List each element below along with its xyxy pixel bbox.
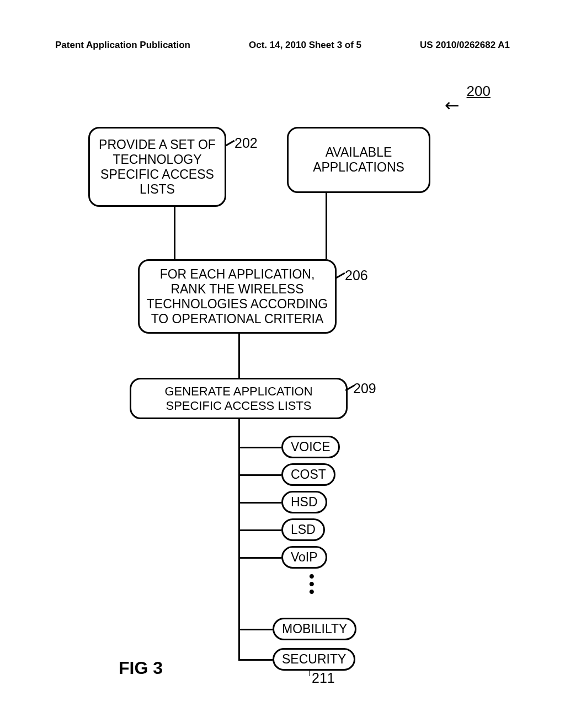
leader-202: [225, 140, 234, 147]
pill-voip: VoIP: [281, 546, 327, 569]
pill-cost: COST: [281, 463, 335, 486]
connector-202-206: [174, 207, 175, 259]
box-rank-technologies: FOR EACH APPLICATION, RANK THE WIRELESS …: [138, 259, 337, 334]
branch-hsd: [238, 502, 281, 504]
pill-security: SECURITY: [273, 648, 355, 671]
reference-206: 206: [345, 267, 368, 283]
connector-206-209: [238, 334, 240, 378]
branch-lsd: [238, 529, 281, 531]
page-header: Patent Application Publication Oct. 14, …: [0, 0, 565, 56]
ellipsis-dots: •••: [309, 572, 315, 596]
stem-211: [238, 419, 240, 661]
branch-voice: [238, 447, 281, 448]
reference-211: 211: [312, 670, 335, 686]
arrow-200-icon: ↙: [440, 93, 466, 118]
header-date-sheet: Oct. 14, 2010 Sheet 3 of 5: [249, 40, 361, 51]
reference-202: 202: [234, 135, 258, 151]
pill-hsd: HSD: [281, 491, 327, 513]
header-pub-number: US 2010/0262682 A1: [420, 40, 510, 51]
reference-200: 200: [467, 83, 491, 100]
leader-206: [335, 272, 345, 279]
branch-security: [238, 659, 273, 661]
header-publication: Patent Application Publication: [55, 40, 190, 51]
connector-204-206: [326, 193, 327, 259]
reference-209: 209: [353, 381, 376, 397]
branch-mobility: [238, 629, 273, 630]
figure-3-diagram: 200 ↙ PROVIDE A SET OF TECHNOLOGY SPECIF…: [0, 72, 565, 678]
box-provide-access-lists: PROVIDE A SET OF TECHNOLOGY SPECIFIC ACC…: [88, 127, 226, 207]
pill-mobility: MOBILILTY: [273, 618, 356, 640]
branch-voip: [238, 557, 281, 559]
figure-label: FIG 3: [119, 658, 163, 678]
branch-cost: [238, 474, 281, 476]
box-generate-access-lists: GENERATE APPLICATION SPECIFIC ACCESS LIS…: [130, 378, 348, 419]
pill-lsd: LSD: [281, 518, 325, 541]
box-available-applications: AVAILABLE APPLICATIONS: [287, 127, 430, 193]
pill-voice: VOICE: [281, 436, 340, 458]
